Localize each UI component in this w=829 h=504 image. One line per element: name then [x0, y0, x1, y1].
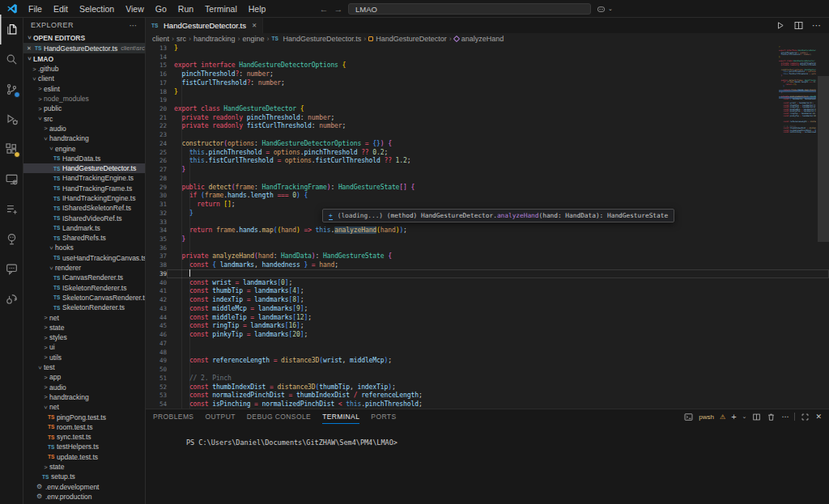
workspace-root[interactable]: > LMAO	[23, 53, 145, 64]
tree-item[interactable]: TSsetup.ts	[23, 472, 145, 481]
nav-back-icon[interactable]: ←	[319, 4, 329, 14]
menu-item-help[interactable]: Help	[243, 0, 272, 17]
scrollbar[interactable]	[818, 76, 829, 242]
code-line[interactable]: 38 const { landmarks, handedness } = han…	[146, 260, 829, 269]
code-line[interactable]: 50	[146, 365, 829, 374]
code-line[interactable]: 46 const pinkyTip = landmarks[20];	[146, 330, 829, 339]
activity-todo-list[interactable]	[0, 194, 23, 224]
menu-item-terminal[interactable]: Terminal	[199, 0, 243, 17]
code-line[interactable]: 49 const referenceLength = distance3D(wr…	[146, 356, 829, 365]
code-line[interactable]: 16 pinchThreshold?: number;	[146, 70, 829, 78]
more-actions-icon[interactable]: ⋯	[812, 20, 821, 31]
code-line[interactable]: 26 this.fistCurlThreshold = options.fist…	[146, 157, 829, 166]
menu-item-run[interactable]: Run	[172, 0, 199, 17]
tree-item[interactable]: >.github	[23, 64, 145, 74]
tree-item[interactable]: >hooks	[23, 243, 145, 252]
tree-item[interactable]: >net	[23, 312, 145, 322]
close-panel-icon[interactable]: ✕	[815, 413, 822, 421]
activity-explorer[interactable]	[0, 15, 23, 44]
breadcrumb-item[interactable]: handtracking	[193, 35, 236, 43]
tree-item[interactable]: >renderer	[23, 263, 145, 273]
more-actions-icon[interactable]: ⋯	[781, 413, 789, 421]
code-line[interactable]: 25 this.pinchThreshold = options.pinchTh…	[146, 148, 829, 157]
activity-copilot[interactable]	[0, 224, 23, 254]
activity-chat[interactable]	[0, 254, 23, 284]
panel-tab-ports[interactable]: PORTS	[371, 409, 396, 424]
panel-tab-terminal[interactable]: TERMINAL	[322, 409, 359, 424]
breadcrumb-item[interactable]: engine	[243, 35, 265, 43]
tree-item[interactable]: TSIHandTrackingEngine.ts	[23, 193, 145, 203]
tab-handgesturedetector[interactable]: TS HandGestureDetector.ts ✕	[146, 18, 263, 33]
split-terminal-icon[interactable]	[752, 413, 761, 421]
tree-item[interactable]: >eslint	[23, 84, 145, 94]
tree-item[interactable]: TSsync.test.ts	[23, 432, 145, 442]
code-line[interactable]: 31 return [];	[146, 200, 829, 209]
activity-extensions[interactable]	[0, 134, 23, 164]
code-line[interactable]: 23	[146, 130, 829, 139]
tree-item[interactable]: >ui	[23, 342, 145, 352]
code-line[interactable]: 28	[146, 174, 829, 183]
tree-item[interactable]: TSSkeletonRenderer.ts	[23, 303, 145, 312]
search-input[interactable]: LMAO	[348, 3, 591, 15]
code-line[interactable]: 35 }	[146, 235, 829, 244]
code-line[interactable]: 17 fistCurlThreshold?: number;	[146, 78, 829, 87]
code-line[interactable]: 34 return frame.hands.map((hand) => this…	[146, 226, 829, 235]
tree-item[interactable]: TSupdate.test.ts	[23, 452, 145, 462]
code-line[interactable]: 15export interface HandGestureDetectorOp…	[146, 61, 829, 70]
nav-forward-icon[interactable]: →	[334, 4, 343, 14]
copilot-menu[interactable]: ⌄	[596, 4, 613, 15]
tree-item[interactable]: TSroom.test.ts	[23, 422, 145, 432]
tree-item[interactable]: >audio	[23, 383, 145, 392]
code-line[interactable]: 24 constructor(options: HandGestureDetec…	[146, 139, 829, 148]
code-editor[interactable]: 13}1415export interface HandGestureDetec…	[146, 44, 829, 409]
menu-item-go[interactable]: Go	[150, 0, 172, 17]
breadcrumb-item[interactable]: src	[176, 35, 186, 43]
tree-item[interactable]: ⚙.env.production	[23, 492, 145, 502]
tree-item[interactable]: >net	[23, 402, 145, 412]
code-line[interactable]: 52 const thumbIndexDist = distance3D(thu…	[146, 383, 829, 392]
tree-item[interactable]: >public	[23, 104, 145, 113]
code-line[interactable]: 53 const normalizedPinchDist = thumbInde…	[146, 391, 829, 400]
tree-item[interactable]: >audio	[23, 124, 145, 133]
code-line[interactable]: 18}	[146, 87, 829, 96]
tree-item[interactable]: >state	[23, 462, 145, 472]
code-line[interactable]: 14	[146, 53, 829, 61]
tree-item[interactable]: >src	[23, 113, 145, 123]
tree-item[interactable]: >client	[23, 74, 145, 83]
breadcrumb-item[interactable]: TSHandGestureDetector.ts	[272, 35, 362, 43]
tree-item[interactable]: TSHandTrackingFrame.ts	[23, 184, 145, 193]
code-line[interactable]: 21 private readonly pinchThreshold: numb…	[146, 113, 829, 122]
tree-item[interactable]: TSHandGestureDetector.ts	[23, 163, 145, 173]
close-icon[interactable]: ✕	[27, 45, 35, 52]
menu-item-file[interactable]: File	[23, 0, 48, 17]
activity-run-debug[interactable]	[0, 104, 23, 134]
tree-item[interactable]: TSHandData.ts	[23, 154, 145, 163]
code-line[interactable]: 27 }	[146, 165, 829, 174]
code-line[interactable]: 48	[146, 348, 829, 357]
close-icon[interactable]: ✕	[252, 22, 257, 29]
tree-item[interactable]: TSLandmark.ts	[23, 223, 145, 233]
tree-item[interactable]: TSSharedRefs.ts	[23, 233, 145, 243]
panel-tab-debug-console[interactable]: DEBUG CONSOLE	[247, 409, 311, 424]
trash-icon[interactable]	[767, 413, 776, 421]
tree-item[interactable]: ⚙.env.development	[23, 481, 145, 491]
tree-item[interactable]: TSpingPong.test.ts	[23, 412, 145, 421]
open-editors-header[interactable]: > OPEN EDITORS	[23, 32, 145, 43]
tree-item[interactable]: >node_modules	[23, 94, 145, 104]
maximize-panel-icon[interactable]	[801, 413, 810, 421]
open-editor-item[interactable]: ✕ TS HandGestureDetector.ts client\src\.…	[23, 43, 145, 53]
run-button[interactable]	[775, 20, 785, 31]
breadcrumb-item[interactable]: client	[152, 35, 169, 43]
tree-item[interactable]: >styles	[23, 332, 145, 342]
code-line[interactable]: 20export class HandGestureDetector {	[146, 104, 829, 113]
code-line[interactable]: 37 private analyzeHand(hand: HandData): …	[146, 252, 829, 261]
new-terminal-icon[interactable]: +	[731, 412, 736, 421]
tree-item[interactable]: >test	[23, 362, 145, 372]
code-line[interactable]: 13}	[146, 44, 829, 53]
tree-item[interactable]: >app	[23, 372, 145, 382]
tree-item[interactable]: TSISharedSkeletonRef.ts	[23, 203, 145, 213]
code-line[interactable]: 51 // 2. Pinch	[146, 374, 829, 383]
tree-item[interactable]: >state	[23, 323, 145, 332]
split-editor-icon[interactable]	[793, 20, 804, 31]
code-line[interactable]: 42 const indexTip = landmarks[8];	[146, 295, 829, 304]
